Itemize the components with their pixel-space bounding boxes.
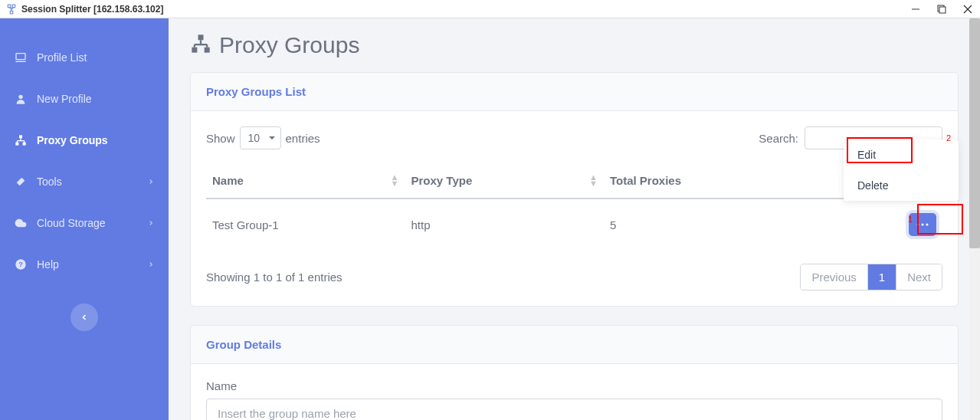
minimize-button[interactable]	[910, 3, 922, 15]
svg-rect-11	[16, 54, 25, 60]
annotation-label-2: 2	[946, 133, 951, 143]
column-header-name[interactable]: Name ▲▼	[206, 163, 405, 199]
group-name-input[interactable]	[206, 399, 942, 420]
svg-point-30	[917, 224, 919, 226]
svg-point-32	[926, 224, 929, 226]
svg-rect-25	[205, 48, 210, 53]
scrollbar[interactable]	[969, 18, 980, 420]
svg-rect-8	[939, 7, 946, 13]
svg-rect-0	[8, 5, 11, 7]
network-icon	[190, 33, 211, 57]
close-button[interactable]	[962, 3, 974, 15]
svg-rect-15	[15, 143, 18, 146]
sort-icon: ▲▼	[589, 174, 598, 186]
dropdown-item-edit[interactable]: Edit	[844, 139, 959, 170]
cloud-icon	[14, 216, 28, 230]
sidebar-item-cloud-storage[interactable]: Cloud Storage	[0, 202, 169, 244]
sidebar-item-profile-list[interactable]: Profile List	[0, 37, 169, 78]
sort-icon: ▲▼	[391, 174, 399, 186]
main-content: Proxy Groups Proxy Groups List Show 10 e…	[169, 18, 980, 420]
help-icon: ?	[14, 258, 28, 271]
show-label: Show	[206, 132, 235, 145]
svg-text:?: ?	[18, 261, 23, 268]
entries-label: entries	[286, 132, 320, 145]
svg-rect-2	[10, 11, 13, 13]
titlebar: Session Splitter [162.158.63.102]	[0, 0, 980, 18]
sidebar-item-proxy-groups[interactable]: Proxy Groups	[0, 120, 169, 161]
sidebar-item-label: Profile List	[37, 51, 87, 64]
window-controls	[910, 3, 974, 15]
proxy-groups-table: Name ▲▼ Proxy Type ▲▼ Total Proxies ▲▼	[206, 163, 942, 250]
sidebar-item-help[interactable]: ? Help	[0, 244, 169, 285]
entries-select[interactable]: 10	[240, 126, 281, 149]
svg-rect-24	[192, 48, 197, 53]
tools-icon	[14, 175, 28, 189]
sidebar: Profile List New Profile Proxy Groups To…	[0, 18, 169, 420]
scrollbar-thumb[interactable]	[969, 18, 980, 248]
column-header-proxy-type[interactable]: Proxy Type ▲▼	[405, 163, 603, 199]
chevron-right-icon	[147, 258, 155, 271]
sidebar-item-label: Cloud Storage	[37, 217, 106, 229]
cell-name: Test Group-1	[206, 199, 405, 250]
sidebar-item-label: Help	[37, 258, 59, 271]
svg-rect-1	[12, 5, 15, 7]
svg-point-31	[922, 224, 924, 226]
table-row: Test Group-1 http 5	[206, 199, 942, 250]
column-header-total-proxies[interactable]: Total Proxies ▲▼	[604, 163, 869, 199]
sidebar-item-label: New Profile	[37, 93, 92, 105]
svg-rect-14	[19, 135, 22, 138]
page-header: Proxy Groups	[190, 32, 959, 58]
network-icon	[14, 133, 28, 147]
pagination-previous[interactable]: Previous	[801, 264, 867, 290]
collapse-sidebar-button[interactable]	[70, 304, 98, 331]
sidebar-item-tools[interactable]: Tools	[0, 161, 169, 202]
row-actions-button[interactable]	[909, 213, 936, 236]
group-details-card: Group Details Name	[190, 325, 959, 420]
card-title: Group Details	[191, 326, 958, 364]
sidebar-item-new-profile[interactable]: New Profile	[0, 78, 169, 120]
laptop-icon	[14, 51, 28, 64]
sidebar-item-label: Proxy Groups	[37, 134, 108, 146]
chevron-right-icon	[147, 176, 155, 188]
pagination-next[interactable]: Next	[896, 264, 942, 290]
pagination: Previous 1 Next	[800, 264, 942, 290]
cell-total-proxies: 5	[604, 199, 869, 250]
chevron-right-icon	[147, 217, 155, 229]
svg-point-13	[18, 95, 22, 99]
table-info: Showing 1 to 1 of 1 entries	[206, 271, 343, 284]
maximize-button[interactable]	[936, 3, 948, 15]
window-title: Session Splitter [162.158.63.102]	[21, 4, 163, 15]
sidebar-item-label: Tools	[37, 176, 62, 188]
dropdown-item-delete[interactable]: Delete	[844, 170, 959, 201]
svg-rect-23	[198, 34, 204, 40]
row-actions-dropdown: 2 Edit Delete	[844, 139, 959, 201]
name-label: Name	[206, 379, 942, 392]
annotation-label-1: 1	[908, 215, 913, 224]
app-icon	[6, 4, 17, 15]
search-label: Search:	[759, 132, 798, 145]
page-title: Proxy Groups	[219, 32, 359, 58]
pagination-page-1[interactable]: 1	[868, 264, 896, 290]
user-icon	[14, 92, 28, 106]
cell-proxy-type: http	[405, 199, 603, 250]
card-title: Proxy Groups List	[191, 73, 958, 111]
svg-rect-16	[23, 143, 26, 146]
